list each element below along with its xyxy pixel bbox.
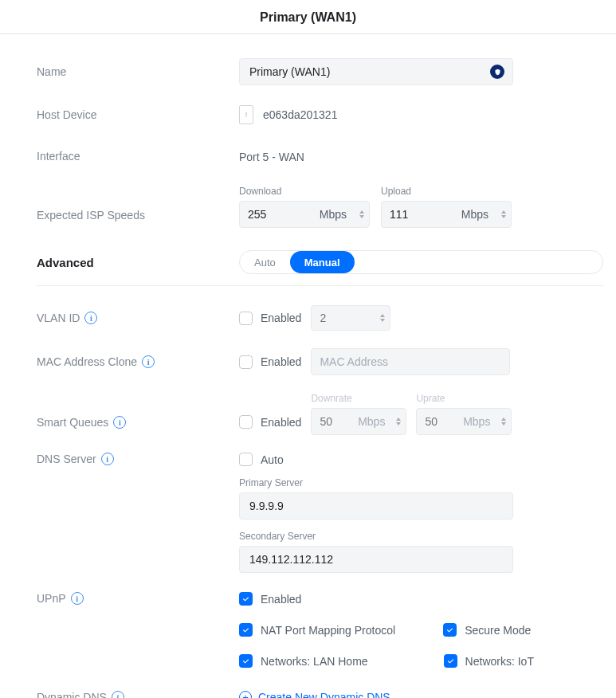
primary-server-input[interactable]: [249, 500, 503, 512]
mac-enabled-checkbox[interactable]: [239, 355, 253, 369]
shield-icon: [490, 65, 504, 79]
label-name: Name: [37, 65, 239, 78]
download-unit: Mbps: [320, 208, 347, 221]
info-icon[interactable]: i: [113, 416, 126, 429]
uprate-stepper[interactable]: [501, 418, 506, 425]
secondary-server-wrap[interactable]: [239, 546, 513, 573]
dns-auto-checkbox[interactable]: [239, 453, 253, 466]
download-stepper[interactable]: [359, 210, 364, 218]
mac-input-wrap[interactable]: [311, 348, 510, 375]
vlan-enabled-label: Enabled: [261, 312, 301, 324]
net-iot-label: Networks: IoT: [465, 655, 534, 668]
seg-manual[interactable]: Manual: [290, 251, 355, 273]
create-dynamic-dns-link[interactable]: + Create New Dynamic DNS: [239, 691, 603, 698]
net-iot-checkbox[interactable]: [444, 654, 457, 668]
name-input-wrap[interactable]: [239, 58, 513, 85]
secure-mode-checkbox[interactable]: [443, 623, 457, 637]
dns-auto-label: Auto: [261, 453, 284, 466]
label-dynamic-dns: Dynamic DNS i: [37, 691, 239, 698]
label-advanced: Advanced: [37, 256, 239, 269]
page-title: Primary (WAN1): [0, 0, 616, 34]
label-mac-clone: MAC Address Clone i: [37, 355, 239, 368]
info-icon[interactable]: i: [71, 592, 84, 605]
secondary-server-input[interactable]: [249, 553, 503, 566]
upload-input[interactable]: [390, 208, 437, 221]
label-expected-isp: Expected ISP Speeds: [37, 209, 239, 228]
seg-auto[interactable]: Auto: [240, 251, 290, 273]
info-icon[interactable]: i: [112, 691, 124, 698]
net-lan-checkbox[interactable]: [239, 654, 253, 668]
info-icon[interactable]: i: [142, 355, 155, 368]
sq-enabled-label: Enabled: [261, 416, 301, 429]
vlan-enabled-checkbox[interactable]: [239, 312, 253, 325]
downrate-stepper[interactable]: [396, 418, 401, 425]
host-device-value: e063da201321: [263, 108, 337, 121]
download-input-wrap[interactable]: Mbps: [239, 201, 370, 228]
nat-pmp-label: NAT Port Mapping Protocol: [261, 624, 395, 637]
name-input[interactable]: [249, 65, 503, 78]
sq-enabled-checkbox[interactable]: [239, 415, 253, 429]
upload-stepper[interactable]: [501, 210, 506, 218]
uprate-unit: Mbps: [463, 415, 490, 428]
upload-input-wrap[interactable]: Mbps: [381, 201, 512, 228]
download-input[interactable]: [248, 208, 296, 221]
info-icon[interactable]: i: [84, 312, 97, 324]
uprate-input[interactable]: [425, 415, 453, 428]
downrate-label: Downrate: [311, 393, 406, 404]
net-lan-label: Networks: LAN Home: [261, 655, 368, 668]
vlan-input-wrap[interactable]: [311, 305, 390, 331]
label-upload: Upload: [381, 186, 512, 197]
label-upnp: UPnP i: [37, 592, 239, 605]
secure-mode-label: Secure Mode: [465, 624, 531, 637]
create-dynamic-dns-label: Create New Dynamic DNS: [258, 691, 390, 698]
secondary-server-label: Secondary Server: [239, 531, 603, 542]
mac-input[interactable]: [320, 355, 501, 368]
downrate-input-wrap[interactable]: Mbps: [311, 408, 406, 435]
label-smart-queues: Smart Queues i: [37, 416, 239, 435]
downrate-unit: Mbps: [358, 415, 385, 428]
primary-server-wrap[interactable]: [239, 492, 513, 520]
primary-server-label: Primary Server: [239, 477, 603, 488]
mac-enabled-label: Enabled: [261, 355, 301, 368]
nat-pmp-checkbox[interactable]: [239, 623, 253, 637]
upnp-enabled-label: Enabled: [261, 593, 301, 606]
label-dns-server: DNS Server i: [37, 453, 239, 465]
upload-unit: Mbps: [461, 208, 488, 221]
plus-icon: +: [239, 691, 252, 698]
info-icon[interactable]: i: [101, 453, 114, 465]
advanced-mode-toggle[interactable]: Auto Manual: [239, 250, 603, 274]
downrate-input[interactable]: [320, 415, 348, 428]
uprate-label: Uprate: [416, 393, 512, 404]
upnp-enabled-checkbox[interactable]: [239, 592, 253, 606]
label-vlan-id: VLAN ID i: [37, 312, 239, 324]
vlan-input[interactable]: [320, 312, 359, 324]
interface-value: Port 5 - WAN: [239, 149, 603, 163]
device-icon: !: [239, 105, 253, 124]
label-interface: Interface: [37, 150, 239, 163]
uprate-input-wrap[interactable]: Mbps: [416, 408, 512, 435]
divider: [37, 285, 603, 286]
label-download: Download: [239, 186, 370, 197]
label-host-device: Host Device: [37, 108, 239, 121]
vlan-stepper[interactable]: [380, 314, 385, 322]
